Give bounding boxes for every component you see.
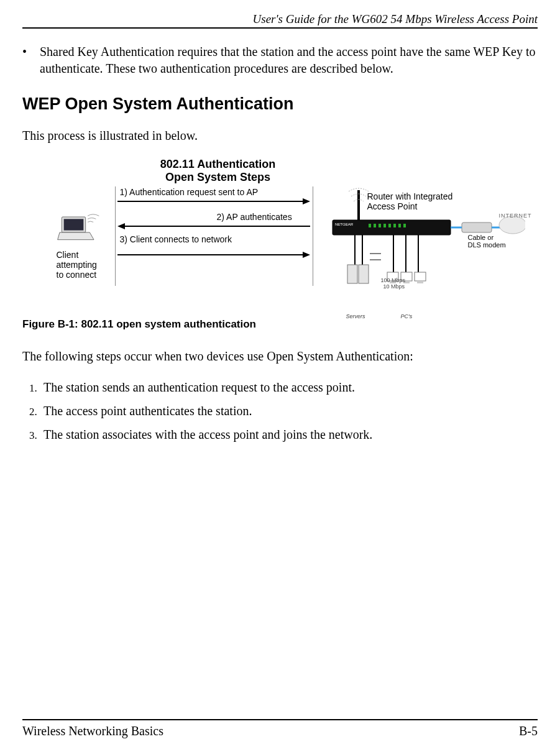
bullet-text: Shared Key Authentication requires that … [40,44,538,77]
router-caption: Router with Integrated Access Point [367,191,453,211]
servers-label: Servers [346,313,365,319]
modem-caption: Cable or DLS modem [468,234,506,249]
steps-list: The station sends an authentication requ… [22,378,538,443]
svg-rect-28 [347,265,357,283]
arrow-step1 [117,198,310,205]
client-caption-line3: to connect [57,270,97,280]
figure-title-line1: 802.11 Authentication [160,158,275,170]
footer-rule [22,719,538,720]
client-caption-line2: attempting [57,260,97,270]
speed-label-100: 100 Mbps [381,277,406,283]
footer-section-title: Wireless Networking Basics [22,724,163,738]
svg-rect-19 [462,222,492,232]
svg-marker-6 [117,223,125,229]
modem-caption-line1: Cable or [468,234,494,241]
bullet-marker: • [22,44,40,77]
router-area: Router with Integrated Access Point NETG… [320,186,525,298]
pcs-label: PC's [401,313,413,319]
svg-rect-34 [415,272,426,281]
svg-rect-12 [374,224,376,227]
router-caption-line1: Router with Integrated [367,191,453,201]
figure-divider-right [313,186,313,286]
svg-point-22 [499,216,525,234]
laptop-icon [57,214,100,245]
svg-rect-15 [388,224,391,227]
svg-rect-11 [369,224,371,227]
netgear-label: NETGEAR [335,222,354,226]
speed-label-10: 10 Mbps [383,283,405,290]
step3-label: 3) Client connects to network [120,234,232,244]
svg-rect-29 [359,265,369,283]
figure-title: 802.11 Authentication Open System Steps [131,158,305,183]
section-heading: WEP Open System Authentication [22,94,538,114]
svg-rect-17 [398,224,401,227]
arrow-step3 [117,251,310,259]
svg-marker-8 [303,252,310,258]
modem-caption-line2: DLS modem [468,241,506,249]
page-footer: Wireless Networking Basics B-5 [22,719,538,738]
client-caption: Client attempting to connect [57,250,97,280]
page: User's Guide for the WG602 54 Mbps Wirel… [0,0,560,443]
svg-marker-4 [303,198,310,204]
svg-rect-14 [383,224,386,227]
step1-label: 1) Authentication request sent to AP [120,187,259,197]
svg-rect-18 [403,224,406,227]
svg-rect-13 [379,224,381,227]
arrow-step2 [117,222,310,230]
step-item: The access point authenticates the stati… [40,402,538,420]
client-caption-line1: Client [57,250,79,260]
svg-rect-1 [63,219,83,230]
footer-page-number: B-5 [519,724,538,738]
svg-rect-16 [393,224,396,227]
bullet-item: • Shared Key Authentication requires tha… [22,44,538,77]
figure-divider-left [115,186,116,286]
running-header: User's Guide for the WG602 54 Mbps Wirel… [22,12,538,26]
svg-rect-35 [417,281,423,283]
step2-label: 2) AP authenticates [217,212,292,222]
figure-title-line2: Open System Steps [165,171,270,183]
section-intro: This process is illustrated in below. [22,127,538,144]
router-caption-line2: Access Point [367,201,418,211]
figure-open-system-auth: 802.11 Authentication Open System Steps … [25,158,535,307]
header-rule [22,27,538,29]
step-item: The station associates with the access p… [40,426,538,443]
step-item: The station sends an authentication requ… [40,378,538,396]
figure-caption: Figure B-1: 802.11 open system authentic… [22,318,538,331]
steps-lead-in: The following steps occur when two devic… [22,348,538,365]
svg-marker-2 [57,232,93,240]
internet-label: INTERNET [499,213,532,219]
